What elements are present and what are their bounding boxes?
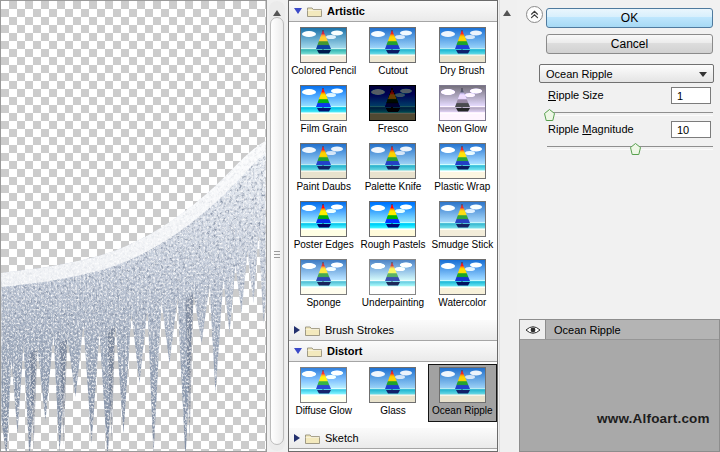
filter-thumb-film-grain[interactable]: Film Grain: [289, 82, 358, 140]
filter-thumbnail-image: [439, 259, 486, 295]
ripple-magnitude-slider[interactable]: [547, 146, 713, 150]
expander-triangle-icon: [294, 326, 300, 334]
filter-thumbnail-label: Film Grain: [301, 123, 347, 134]
filter-thumbnail-image: [300, 259, 347, 295]
filter-thumbnail-image: [300, 85, 347, 121]
filter-thumbnail-image: [300, 201, 347, 237]
filter-thumbnail-label: Smudge Stick: [431, 239, 493, 250]
filter-thumbnail-label: Colored Pencil: [291, 65, 356, 76]
folder-icon: [307, 346, 322, 357]
category-header-brush-strokes[interactable]: Brush Strokes: [289, 320, 497, 341]
filter-thumbnail-label: Poster Edges: [294, 239, 354, 250]
watermark-text: www.Alfoart.com: [597, 411, 710, 426]
filter-thumb-dry-brush[interactable]: Dry Brush: [428, 24, 497, 82]
filter-thumb-sponge[interactable]: Sponge: [289, 256, 358, 314]
filter-thumb-rough-pastels[interactable]: Rough Pastels: [358, 198, 427, 256]
ripple-magnitude-input[interactable]: 10: [671, 121, 711, 138]
category-thumbnails: Diffuse Glow Glass Ocean Ripple: [289, 362, 497, 428]
filter-thumbnail-label: Diffuse Glow: [295, 405, 352, 416]
category-header-sketch[interactable]: Sketch: [289, 428, 497, 449]
filter-thumb-palette-knife[interactable]: Palette Knife: [358, 140, 427, 198]
ripple-size-slider[interactable]: [547, 112, 713, 116]
filter-thumbnail-image: [369, 85, 416, 121]
filter-thumb-watercolor[interactable]: Watercolor: [428, 256, 497, 314]
visibility-toggle[interactable]: [520, 320, 546, 339]
chevron-double-up-icon: [530, 10, 539, 19]
filter-thumb-underpainting[interactable]: Underpainting: [358, 256, 427, 314]
ok-button[interactable]: OK: [546, 8, 713, 28]
filter-thumbnail-image: [369, 143, 416, 179]
ripple-size-input[interactable]: 1: [671, 87, 711, 104]
filter-thumbnail-image: [439, 27, 486, 63]
filter-thumbnail-label: Paint Daubs: [296, 181, 350, 192]
folder-icon: [307, 6, 322, 17]
filter-thumb-fresco[interactable]: Fresco: [358, 82, 427, 140]
filter-thumb-smudge-stick[interactable]: Smudge Stick: [428, 198, 497, 256]
effect-layer-row[interactable]: Ocean Ripple: [520, 320, 719, 340]
expander-triangle-icon: [294, 434, 300, 442]
slider-thumb[interactable]: [544, 107, 555, 119]
filter-thumbnail-label: Neon Glow: [438, 123, 487, 134]
ripple-size-label: Ripple Size: [548, 89, 604, 101]
folder-icon: [305, 433, 320, 444]
category-header-distort[interactable]: Distort: [289, 341, 497, 362]
category-label: Sketch: [325, 432, 359, 444]
filter-thumbnail-label: Plastic Wrap: [434, 181, 490, 192]
filter-select-value: Ocean Ripple: [546, 68, 613, 80]
cancel-button[interactable]: Cancel: [546, 34, 713, 54]
filter-thumbnail-image: [369, 201, 416, 237]
filter-thumbnail-image: [369, 367, 416, 403]
filter-list-panel: Artistic Colored Pencil Cutout Dry Brush: [288, 0, 498, 452]
filter-gallery-dialog: Artistic Colored Pencil Cutout Dry Brush: [0, 0, 720, 452]
category-label: Distort: [327, 345, 362, 357]
filter-thumbnail-label: Rough Pastels: [360, 239, 425, 250]
collapse-thumbnails-button[interactable]: [526, 6, 543, 23]
filter-thumbnail-label: Cutout: [378, 65, 407, 76]
filter-thumb-cutout[interactable]: Cutout: [358, 24, 427, 82]
filter-thumbnail-label: Fresco: [378, 123, 409, 134]
filter-thumbnail-label: Palette Knife: [365, 181, 422, 192]
expander-triangle-icon: [294, 8, 302, 14]
filter-categories: Artistic Colored Pencil Cutout Dry Brush: [289, 1, 497, 452]
folder-icon: [305, 325, 320, 336]
filter-thumb-colored-pencil[interactable]: Colored Pencil: [289, 24, 358, 82]
filter-thumbnail-label: Watercolor: [438, 297, 486, 308]
filter-thumbnail-label: Glass: [380, 405, 406, 416]
filter-thumbnail-label: Underpainting: [362, 297, 424, 308]
ripple-magnitude-label: Ripple Magnitude: [548, 123, 634, 135]
chevron-down-icon: [699, 72, 707, 81]
preview-scrollbar-thumb[interactable]: [270, 17, 284, 445]
filter-thumb-poster-edges[interactable]: Poster Edges: [289, 198, 358, 256]
category-label: Artistic: [327, 5, 365, 17]
category-header-artistic[interactable]: Artistic: [289, 1, 497, 22]
filter-thumbnail-image: [369, 259, 416, 295]
eye-icon: [525, 325, 541, 335]
preview-scrollbar[interactable]: [269, 1, 285, 451]
icicles-image: [1, 1, 266, 451]
scroll-up-icon[interactable]: [503, 6, 511, 16]
filter-thumbnail-image: [439, 85, 486, 121]
filter-thumb-paint-daubs[interactable]: Paint Daubs: [289, 140, 358, 198]
filter-thumbnail-image: [300, 27, 347, 63]
filter-thumb-plastic-wrap[interactable]: Plastic Wrap: [428, 140, 497, 198]
scroll-up-icon[interactable]: [273, 6, 281, 16]
slider-thumb[interactable]: [630, 141, 641, 153]
filter-thumbnail-label: Sponge: [306, 297, 340, 308]
filter-thumbnail-label: Dry Brush: [440, 65, 484, 76]
filter-thumb-ocean-ripple[interactable]: Ocean Ripple: [428, 364, 497, 422]
filter-thumb-glass[interactable]: Glass: [358, 364, 427, 422]
filter-list-scrollbar[interactable]: [499, 0, 515, 452]
settings-pane: OK Cancel Ocean Ripple Ripple Size 1: [517, 0, 720, 452]
filter-thumbnail-image: [369, 27, 416, 63]
preview-pane[interactable]: [0, 0, 267, 452]
filter-thumbnail-image: [439, 201, 486, 237]
filter-select[interactable]: Ocean Ripple: [539, 64, 714, 83]
filter-thumbnail-image: [439, 143, 486, 179]
filter-thumb-diffuse-glow[interactable]: Diffuse Glow: [289, 364, 358, 422]
category-thumbnails: Colored Pencil Cutout Dry Brush Film Gra…: [289, 22, 497, 320]
expander-triangle-icon: [294, 348, 302, 354]
filter-thumbnail-image: [439, 367, 486, 403]
filter-thumb-neon-glow[interactable]: Neon Glow: [428, 82, 497, 140]
scrollbar-grip-icon: [274, 251, 280, 259]
effect-layers-list: Ocean Ripple www.Alfoart.com: [519, 319, 720, 452]
